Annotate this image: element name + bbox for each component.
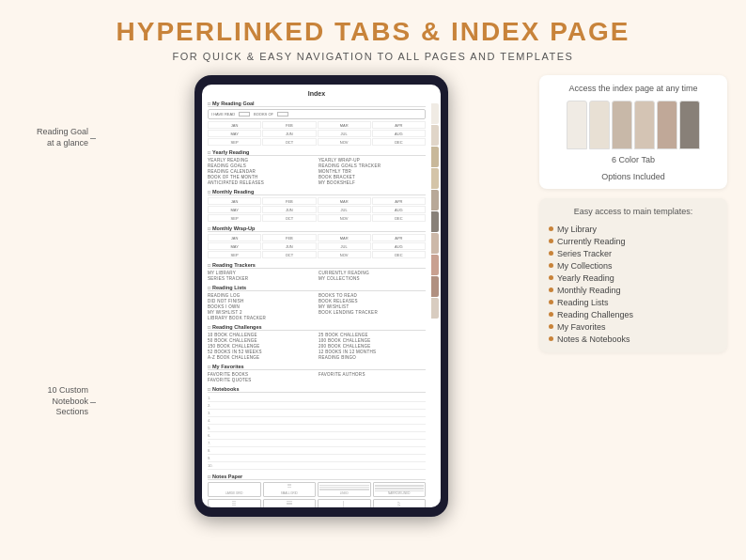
bullet-icon [549, 336, 553, 341]
notebook-lines: 1. 2. 3. 4. 5. 6. 7. 8. 9. 10. [208, 395, 426, 470]
paper-side-dot-lined: SIDE DOT LINED (2) [373, 499, 427, 507]
section-yearly-reading: Yearly Reading YEARLY READING YEARLY WRA… [208, 149, 426, 185]
bullet-icon [549, 275, 553, 280]
tablet-device-container: Index My Reading Goal I HAVE READ BOOKS … [115, 75, 528, 517]
item-reading-calendar: READING CALENDAR [208, 169, 315, 174]
goal-cell-total [277, 112, 288, 117]
section-monthly-reading: Monthly Reading JAN FEB MAR APR MAY JUN … [208, 189, 426, 222]
month-jul: JUL [318, 130, 371, 137]
yearly-grid: YEARLY READING YEARLY WRAP-UP READING GO… [208, 158, 426, 185]
month-aug: AUG [372, 130, 426, 137]
item-yearly-reading: YEARLY READING [208, 158, 315, 163]
index-content: Index My Reading Goal I HAVE READ BOOKS … [202, 85, 431, 507]
paper-side-half-lined: SIDE HALF LINED (1) [318, 499, 371, 507]
access-item-label: Series Tracker [557, 249, 612, 258]
section-header-goal: My Reading Goal [208, 101, 426, 107]
section-header-wrapup: Monthly Wrap-Up [208, 226, 426, 232]
paper-narrow-lined: NARROW LINED [373, 482, 427, 497]
access-item-currently: Currently Reading [549, 235, 718, 247]
month-nov: NOV [318, 138, 371, 146]
bullet-icon [549, 300, 553, 304]
access-item-lists: Reading Lists [549, 296, 718, 308]
access-item-favorites: My Favorites [549, 320, 718, 333]
bullet-icon [549, 239, 553, 243]
color-tab-2 [589, 101, 610, 149]
bullet-icon [549, 288, 553, 292]
tab-collections[interactable] [431, 168, 439, 189]
right-panel: Access the index page at any time 6 Colo… [539, 75, 727, 517]
tab-monthly[interactable] [431, 211, 439, 232]
access-item-challenges: Reading Challenges [549, 308, 718, 320]
tab-notebooks[interactable] [431, 298, 439, 319]
trackers-grid: MY LIBRARY CURRENTLY READING SERIES TRAC… [208, 271, 426, 281]
goal-cell-count [239, 112, 250, 117]
item-monthly-tbr: MONTHLY TBR [319, 169, 426, 174]
bullet-icon [549, 263, 553, 268]
reading-goal-annotation: Reading Goalat a glance [37, 127, 96, 148]
tab-currently-reading[interactable] [431, 125, 439, 146]
section-header-lists: Reading Lists [208, 285, 426, 291]
paper-lined: LINED [318, 482, 371, 497]
favorites-grid: FAVORITE BOOKS FAVORITE AUTHORS FAVORITE… [208, 372, 426, 382]
month-sep: SEP [208, 138, 261, 146]
access-item-label: My Collections [557, 261, 613, 271]
tab-challenges[interactable] [431, 255, 439, 275]
access-item-library: My Library [549, 223, 718, 235]
tab-yearly[interactable] [431, 190, 439, 210]
item-my-collections: MY COLLECTIONS [319, 276, 426, 281]
color-tab-3 [612, 101, 632, 149]
tab-series[interactable] [431, 147, 439, 167]
access-item-label: Currently Reading [557, 237, 626, 246]
color-tab-5 [657, 101, 677, 149]
easy-access-list: My Library Currently Reading Series Trac… [549, 223, 718, 345]
access-item-series: Series Tracker [549, 247, 718, 259]
access-item-label: My Library [557, 225, 597, 234]
color-tab-count-label: 6 Color Tab [549, 155, 718, 164]
item-currently-reading: CURRENTLY READING [319, 271, 426, 275]
easy-access-title: Easy access to main templates: [549, 206, 718, 218]
tab-library[interactable] [431, 103, 439, 124]
access-item-monthly: Monthly Reading [549, 284, 718, 296]
month-jun: JUN [262, 130, 316, 137]
month-apr: APR [372, 121, 426, 129]
section-challenges: Reading Challenges 10 BOOK CHALLENGE 25 … [208, 324, 426, 360]
month-may: MAY [208, 130, 261, 137]
section-reading-lists: Reading Lists READING LOG BOOKS TO READ … [208, 285, 426, 320]
bullet-icon [549, 226, 553, 231]
section-reading-goal: My Reading Goal I HAVE READ BOOKS OF JAN… [208, 101, 426, 146]
item-series-tracker: SERIES TRACKER [208, 276, 315, 281]
paper-large-dot-grid: LARGE DOT GRID [208, 499, 261, 507]
bullet-icon [549, 251, 553, 256]
access-item-collections: My Collections [549, 259, 718, 272]
access-item-label: My Favorites [557, 322, 606, 332]
paper-small-dot-grid: SMALL DOT GRID [263, 499, 317, 507]
section-notebooks: Notebooks 1. 2. 3. 4. 5. 6. 7. 8. 9. 10. [208, 386, 426, 470]
section-header-favorites: My Favorites [208, 364, 426, 370]
challenges-grid: 10 BOOK CHALLENGE 25 BOOK CHALLENGE 50 B… [208, 333, 426, 360]
month-mar: MAR [318, 121, 371, 129]
month-oct: OCT [262, 138, 316, 146]
index-title: Index [208, 90, 426, 97]
section-header-trackers: Reading Trackers [208, 262, 426, 269]
page-subtitle: FOR QUICK & EASY NAVIGATION TO ALL PAGES… [0, 51, 746, 62]
left-annotations: Reading Goalat a glance 10 CustomNoteboo… [19, 75, 103, 517]
main-layout: Reading Goalat a glance 10 CustomNoteboo… [0, 68, 746, 517]
side-tabs [431, 85, 441, 507]
item-goals-tracker: READING GOALS TRACKER [319, 163, 426, 168]
tab-lists[interactable] [431, 233, 439, 254]
section-header-monthly: Monthly Reading [208, 189, 426, 195]
month-dec: DEC [372, 138, 426, 146]
item-book-bracket: BOOK BRACKET [319, 175, 426, 179]
color-tabs-display [549, 101, 718, 149]
access-title: Access the index page at any time [549, 83, 718, 95]
color-tab-6 [679, 101, 700, 149]
access-item-notebooks: Notes & Notebooks [549, 333, 718, 345]
access-item-yearly: Yearly Reading [549, 272, 718, 284]
paper-large-grid: LARGE GRID [208, 482, 261, 497]
wrapup-grid: JAN FEB MAR APR MAY JUN JUL AUG SEP OCT … [208, 234, 426, 258]
section-header-notebooks: Notebooks [208, 386, 426, 393]
bullet-icon [549, 312, 553, 317]
month-jan: JAN [208, 121, 261, 129]
notebook-annotation: 10 CustomNotebookSections [47, 385, 96, 418]
tab-favorites[interactable] [431, 276, 439, 297]
